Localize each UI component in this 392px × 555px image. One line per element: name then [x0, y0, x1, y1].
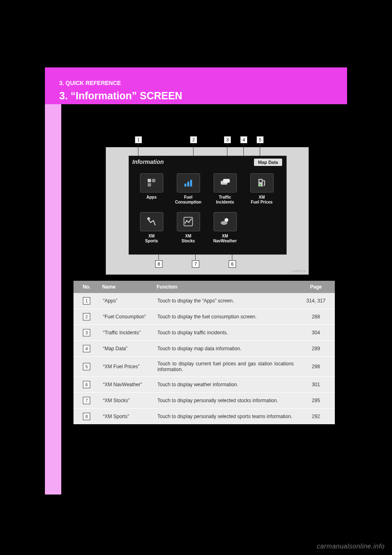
th-name: Name: [100, 281, 154, 293]
infotainment-screenshot: 1 2 3 4 5 8 7 6: [106, 147, 309, 275]
callout-3: 3: [224, 136, 231, 143]
row-page: 298: [297, 357, 335, 377]
callout-4: 4: [240, 136, 247, 143]
row-name: “XM Fuel Prices”: [100, 357, 154, 377]
xm-stocks-tile[interactable]: XM Stocks: [170, 209, 207, 248]
xm-navweather-tile[interactable]: XM NavWeather: [207, 209, 243, 248]
apps-tile[interactable]: Apps: [133, 170, 170, 209]
svg-text:$: $: [260, 184, 261, 187]
xm-fuel-prices-tile[interactable]: $ XM Fuel Prices: [243, 170, 280, 209]
svg-rect-0: [148, 179, 151, 182]
row-name: “XM Sports”: [100, 409, 154, 425]
table-row: 3 “Traffic Incidents” Touch to display t…: [74, 325, 335, 341]
row-func: Touch to display weather information.: [154, 377, 297, 393]
watermark: carmanualsonline.info: [317, 543, 385, 550]
row-name: “Fuel Consumption”: [100, 309, 154, 325]
row-func: Touch to display the fuel consumption sc…: [154, 309, 297, 325]
apps-icon: [146, 177, 157, 189]
tile-label: XM: [185, 234, 192, 238]
fuel-pump-icon: $: [256, 177, 267, 189]
th-page: Page: [297, 281, 335, 293]
function-table: No. Name Function Page 1 “Apps” Touch to…: [74, 281, 335, 424]
row-num: 4: [83, 345, 90, 352]
svg-point-11: [147, 217, 150, 220]
row-func: Touch to display current fuel prices and…: [154, 357, 297, 377]
tile-label2: Fuel Prices: [244, 200, 279, 204]
row-num: 3: [83, 329, 90, 336]
row-page: 295: [297, 393, 335, 409]
row-name: “XM Stocks”: [100, 393, 154, 409]
table-row: 7 “XM Stocks” Touch to display personall…: [74, 393, 335, 409]
row-page: 289: [297, 341, 335, 357]
row-page: 288: [297, 309, 335, 325]
row-name: “XM NavWeather”: [100, 377, 154, 393]
callout-7: 7: [192, 260, 199, 268]
tile-label: XM: [222, 234, 228, 238]
row-num: 2: [83, 313, 90, 320]
row-func: Touch to display traffic incidents.: [154, 325, 297, 341]
svg-rect-9: [259, 180, 262, 182]
stocks-icon: [183, 216, 194, 228]
xm-sports-tile[interactable]: XM Sports: [133, 209, 170, 248]
table-row: 5 “XM Fuel Prices” Touch to display curr…: [74, 357, 335, 377]
row-page: 314, 317: [297, 293, 335, 309]
callout-6: 6: [229, 260, 236, 268]
row-page: 292: [297, 409, 335, 425]
table-row: 2 “Fuel Consumption” Touch to display th…: [74, 309, 335, 325]
section-label: 3. QUICK REFERENCE: [59, 80, 121, 86]
svg-rect-5: [190, 180, 192, 186]
table-row: 4 “Map Data” Touch to display map data i…: [74, 341, 335, 357]
svg-rect-4: [187, 181, 189, 186]
svg-rect-3: [185, 184, 187, 186]
tile-label2: Incidents: [207, 200, 243, 204]
map-data-button[interactable]: Map Data: [254, 159, 282, 166]
th-func: Function: [154, 281, 297, 293]
tile-label2: Sports: [134, 239, 169, 243]
fuel-consumption-icon: [183, 177, 194, 189]
tile-label: XM: [259, 195, 265, 199]
svg-rect-7: [223, 179, 229, 182]
callout-2: 2: [190, 136, 197, 143]
row-name: “Apps”: [100, 293, 154, 309]
manual-page: 3. QUICK REFERENCE 3. “Information” SCRE…: [0, 0, 392, 555]
page-title: 3. “Information” SCREEN: [59, 90, 182, 102]
row-num: 5: [83, 363, 90, 370]
content-body: 1 2 3 4 5 8 7 6: [61, 104, 347, 495]
row-func: Touch to display personally selected sto…: [154, 393, 297, 409]
tile-label2: Consumption: [171, 200, 206, 204]
callout-5: 5: [256, 136, 264, 143]
info-panel: Information Map Data Apps: [129, 156, 287, 255]
th-no: No.: [74, 281, 100, 293]
screenshot-figure: 1 2 3 4 5 8 7 6: [80, 147, 335, 275]
weather-icon: [219, 216, 231, 228]
tile-label: Traffic: [219, 195, 231, 199]
svg-rect-1: [152, 179, 155, 182]
row-name: “Map Data”: [100, 341, 154, 357]
traffic-incidents-tile[interactable]: Traffic Incidents: [207, 170, 243, 209]
row-func: Touch to display personally selected spo…: [154, 409, 297, 425]
tile-label2: Stocks: [171, 239, 206, 243]
tile-label: Apps: [147, 195, 157, 199]
tile-label: Fuel: [184, 195, 193, 199]
row-num: 1: [83, 297, 90, 304]
tile-label2: NavWeather: [207, 239, 243, 243]
lead-line: [138, 143, 138, 156]
traffic-icon: [219, 177, 231, 189]
svg-point-14: [221, 221, 227, 224]
row-num: 7: [83, 397, 90, 404]
table-row: 1 “Apps” Touch to display the “Apps” scr…: [74, 293, 335, 309]
row-page: 301: [297, 377, 335, 393]
row-num: 8: [83, 413, 90, 420]
row-page: 304: [297, 325, 335, 341]
table-row: 6 “XM NavWeather” Touch to display weath…: [74, 377, 335, 393]
intro-text: [61, 104, 347, 133]
sports-icon: [146, 216, 157, 228]
callout-8: 8: [155, 260, 163, 268]
tile-label: XM: [149, 234, 155, 238]
row-func: Touch to display map data information.: [154, 341, 297, 357]
table-row: 8 “XM Sports” Touch to display personall…: [74, 409, 335, 425]
svg-rect-2: [148, 183, 151, 186]
row-num: 6: [83, 381, 90, 388]
row-func: Touch to display the “Apps” screen.: [154, 293, 297, 309]
fuel-consumption-tile[interactable]: Fuel Consumption: [170, 170, 207, 209]
